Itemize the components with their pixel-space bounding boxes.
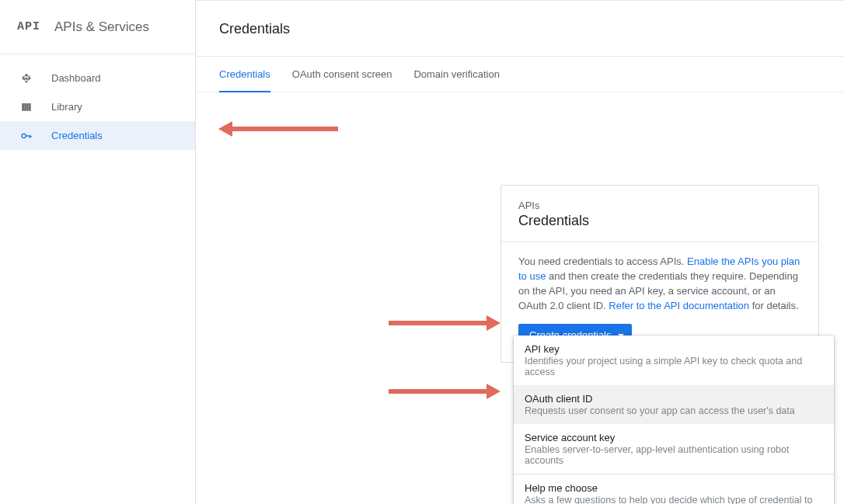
annotation-arrow-2 <box>389 321 490 325</box>
card-title: Credentials <box>518 213 801 229</box>
key-icon <box>19 130 34 142</box>
dropdown-item-title: Service account key <box>525 432 823 443</box>
sidebar-item-label: Dashboard <box>51 72 101 84</box>
sidebar-item-label: Library <box>51 101 82 113</box>
dropdown-item-title: Help me choose <box>525 482 823 494</box>
sidebar: API APIs & Services Dashboard Library Cr… <box>0 0 196 504</box>
dropdown-item-title: API key <box>525 343 823 355</box>
svg-rect-6 <box>25 103 26 110</box>
dropdown-item-sub: Identifies your project using a simple A… <box>525 356 823 377</box>
sidebar-item-dashboard[interactable]: Dashboard <box>0 64 195 92</box>
sidebar-item-credentials[interactable]: Credentials <box>0 121 195 150</box>
sidebar-nav: Dashboard Library Credentials <box>0 54 195 150</box>
svg-point-9 <box>22 134 26 137</box>
library-icon <box>19 102 34 113</box>
tab-credentials[interactable]: Credentials <box>219 57 270 92</box>
dropdown-item-sub: Asks a few questions to help you decide … <box>525 495 823 504</box>
svg-point-1 <box>23 77 24 78</box>
dropdown-item-oauth-client-id[interactable]: OAuth client ID Requests user consent so… <box>514 385 834 424</box>
sidebar-item-label: Credentials <box>51 130 103 141</box>
annotation-arrow-3 <box>389 389 490 394</box>
card-body-text: for details. <box>749 300 799 311</box>
svg-rect-8 <box>30 103 31 110</box>
tabs: Credentials OAuth consent screen Domain … <box>196 57 844 92</box>
card-header: APIs Credentials <box>501 186 818 242</box>
svg-rect-7 <box>27 103 29 110</box>
page-title: Credentials <box>196 0 844 57</box>
svg-point-0 <box>26 77 27 78</box>
svg-point-3 <box>26 74 27 75</box>
create-credentials-dropdown: API key Identifies your project using a … <box>514 335 834 504</box>
dropdown-item-sub: Requests user consent so your app can ac… <box>525 405 823 416</box>
sidebar-header: API APIs & Services <box>0 0 195 54</box>
dashboard-icon <box>19 73 34 84</box>
svg-point-2 <box>29 77 30 78</box>
dropdown-item-service-account-key[interactable]: Service account key Enables server-to-se… <box>514 424 834 474</box>
dropdown-item-title: OAuth client ID <box>525 393 823 405</box>
tab-domain-verification[interactable]: Domain verification <box>413 57 500 92</box>
annotation-arrow-1 <box>229 127 338 131</box>
tab-oauth-consent-screen[interactable]: OAuth consent screen <box>292 57 392 92</box>
svg-rect-5 <box>23 103 24 110</box>
dropdown-item-help-me-choose[interactable]: Help me choose Asks a few questions to h… <box>514 474 834 504</box>
svg-point-4 <box>26 80 27 82</box>
card-eyebrow: APIs <box>518 200 801 211</box>
dropdown-item-sub: Enables server-to-server, app-level auth… <box>525 444 823 466</box>
product-title: APIs & Services <box>54 19 149 35</box>
api-documentation-link[interactable]: Refer to the API documentation <box>609 300 749 311</box>
main-content: Credentials Credentials OAuth consent sc… <box>196 0 844 92</box>
dropdown-item-api-key[interactable]: API key Identifies your project using a … <box>514 335 834 385</box>
sidebar-item-library[interactable]: Library <box>0 92 195 121</box>
api-logo-glyph: API <box>17 20 40 33</box>
card-body-text: You need credentials to access APIs. <box>518 255 687 267</box>
